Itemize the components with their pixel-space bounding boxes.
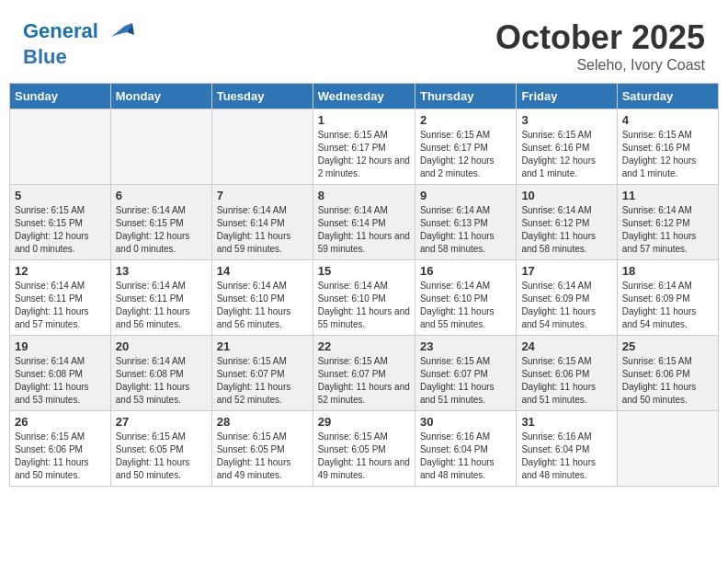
day-info: Sunrise: 6:15 AM Sunset: 6:05 PM Dayligh…	[318, 431, 410, 482]
calendar-cell: 6Sunrise: 6:14 AM Sunset: 6:15 PM Daylig…	[110, 185, 211, 260]
day-number: 10	[521, 189, 611, 202]
col-header-saturday: Saturday	[617, 84, 718, 109]
calendar-cell: 19Sunrise: 6:14 AM Sunset: 6:08 PM Dayli…	[10, 336, 111, 411]
day-info: Sunrise: 6:14 AM Sunset: 6:12 PM Dayligh…	[622, 204, 713, 256]
logo-general: General	[23, 19, 98, 42]
day-number: 17	[521, 264, 611, 278]
calendar-cell: 15Sunrise: 6:14 AM Sunset: 6:10 PM Dayli…	[313, 260, 415, 336]
day-info: Sunrise: 6:14 AM Sunset: 6:11 PM Dayligh…	[116, 280, 207, 331]
calendar-cell: 1Sunrise: 6:15 AM Sunset: 6:17 PM Daylig…	[313, 109, 415, 185]
calendar-week-1: 1Sunrise: 6:15 AM Sunset: 6:17 PM Daylig…	[10, 109, 719, 185]
day-info: Sunrise: 6:14 AM Sunset: 6:09 PM Dayligh…	[521, 280, 611, 331]
day-info: Sunrise: 6:14 AM Sunset: 6:14 PM Dayligh…	[217, 204, 308, 256]
col-header-friday: Friday	[517, 84, 617, 109]
calendar-cell: 16Sunrise: 6:14 AM Sunset: 6:10 PM Dayli…	[415, 260, 516, 336]
day-info: Sunrise: 6:14 AM Sunset: 6:08 PM Dayligh…	[116, 355, 207, 407]
calendar-cell	[617, 411, 718, 487]
day-number: 8	[318, 189, 410, 202]
day-number: 3	[521, 113, 611, 127]
day-number: 28	[217, 415, 308, 429]
col-header-monday: Monday	[110, 84, 211, 109]
location-subtitle: Seleho, Ivory Coast	[495, 57, 705, 74]
calendar-cell: 9Sunrise: 6:14 AM Sunset: 6:13 PM Daylig…	[415, 185, 516, 260]
calendar-cell: 10Sunrise: 6:14 AM Sunset: 6:12 PM Dayli…	[517, 185, 617, 260]
day-number: 5	[15, 189, 106, 202]
calendar-cell: 21Sunrise: 6:15 AM Sunset: 6:07 PM Dayli…	[211, 336, 313, 411]
calendar-week-5: 26Sunrise: 6:15 AM Sunset: 6:06 PM Dayli…	[10, 411, 719, 487]
day-number: 6	[116, 189, 207, 202]
calendar-cell: 26Sunrise: 6:15 AM Sunset: 6:06 PM Dayli…	[10, 411, 111, 487]
logo-blue: Blue	[23, 45, 67, 68]
day-number: 16	[420, 264, 511, 278]
calendar-cell: 24Sunrise: 6:15 AM Sunset: 6:06 PM Dayli…	[517, 336, 617, 411]
day-number: 4	[622, 113, 713, 127]
calendar-cell	[211, 109, 313, 185]
calendar-cell: 11Sunrise: 6:14 AM Sunset: 6:12 PM Dayli…	[617, 185, 718, 260]
calendar-cell: 18Sunrise: 6:14 AM Sunset: 6:09 PM Dayli…	[617, 260, 718, 336]
day-number: 21	[217, 339, 308, 353]
day-info: Sunrise: 6:14 AM Sunset: 6:08 PM Dayligh…	[15, 355, 106, 407]
calendar-cell: 12Sunrise: 6:14 AM Sunset: 6:11 PM Dayli…	[10, 260, 111, 336]
calendar-cell: 29Sunrise: 6:15 AM Sunset: 6:05 PM Dayli…	[313, 411, 415, 487]
day-number: 31	[521, 415, 611, 429]
day-info: Sunrise: 6:15 AM Sunset: 6:07 PM Dayligh…	[217, 355, 308, 407]
day-info: Sunrise: 6:15 AM Sunset: 6:05 PM Dayligh…	[217, 431, 308, 482]
day-number: 29	[318, 415, 410, 429]
calendar-table: SundayMondayTuesdayWednesdayThursdayFrid…	[9, 83, 719, 487]
day-number: 9	[420, 189, 511, 202]
calendar-cell: 3Sunrise: 6:15 AM Sunset: 6:16 PM Daylig…	[517, 109, 617, 185]
calendar-cell: 5Sunrise: 6:15 AM Sunset: 6:15 PM Daylig…	[10, 185, 111, 260]
calendar-cell: 31Sunrise: 6:16 AM Sunset: 6:04 PM Dayli…	[517, 411, 617, 487]
day-number: 12	[15, 264, 106, 278]
calendar-cell: 7Sunrise: 6:14 AM Sunset: 6:14 PM Daylig…	[211, 185, 313, 260]
col-header-thursday: Thursday	[415, 84, 516, 109]
calendar-header-row: SundayMondayTuesdayWednesdayThursdayFrid…	[10, 84, 719, 109]
day-info: Sunrise: 6:15 AM Sunset: 6:06 PM Dayligh…	[622, 355, 713, 407]
calendar-cell: 20Sunrise: 6:14 AM Sunset: 6:08 PM Dayli…	[110, 336, 211, 411]
day-number: 20	[116, 339, 207, 353]
day-info: Sunrise: 6:15 AM Sunset: 6:05 PM Dayligh…	[116, 431, 207, 482]
month-title: October 2025	[495, 18, 705, 57]
day-number: 27	[116, 415, 207, 429]
col-header-tuesday: Tuesday	[211, 84, 313, 109]
day-info: Sunrise: 6:14 AM Sunset: 6:14 PM Dayligh…	[318, 204, 410, 256]
calendar-cell: 25Sunrise: 6:15 AM Sunset: 6:06 PM Dayli…	[617, 336, 718, 411]
calendar-cell: 27Sunrise: 6:15 AM Sunset: 6:05 PM Dayli…	[110, 411, 211, 487]
day-number: 11	[622, 189, 713, 202]
calendar-week-3: 12Sunrise: 6:14 AM Sunset: 6:11 PM Dayli…	[10, 260, 719, 336]
day-number: 2	[420, 113, 511, 127]
day-number: 24	[521, 339, 611, 353]
day-number: 25	[622, 339, 713, 353]
day-info: Sunrise: 6:14 AM Sunset: 6:09 PM Dayligh…	[622, 280, 713, 331]
calendar-cell: 28Sunrise: 6:15 AM Sunset: 6:05 PM Dayli…	[211, 411, 313, 487]
day-number: 18	[622, 264, 713, 278]
day-number: 19	[15, 339, 106, 353]
calendar-cell: 30Sunrise: 6:16 AM Sunset: 6:04 PM Dayli…	[415, 411, 516, 487]
calendar-week-2: 5Sunrise: 6:15 AM Sunset: 6:15 PM Daylig…	[10, 185, 719, 260]
day-info: Sunrise: 6:14 AM Sunset: 6:13 PM Dayligh…	[420, 204, 511, 256]
day-info: Sunrise: 6:15 AM Sunset: 6:16 PM Dayligh…	[521, 129, 611, 180]
day-info: Sunrise: 6:16 AM Sunset: 6:04 PM Dayligh…	[521, 431, 611, 482]
day-info: Sunrise: 6:14 AM Sunset: 6:15 PM Dayligh…	[116, 204, 207, 256]
col-header-wednesday: Wednesday	[313, 84, 415, 109]
day-info: Sunrise: 6:14 AM Sunset: 6:10 PM Dayligh…	[217, 280, 308, 331]
calendar-cell	[10, 109, 111, 185]
calendar-cell: 8Sunrise: 6:14 AM Sunset: 6:14 PM Daylig…	[313, 185, 415, 260]
day-info: Sunrise: 6:15 AM Sunset: 6:16 PM Dayligh…	[622, 129, 713, 180]
col-header-sunday: Sunday	[10, 84, 111, 109]
logo-bird-icon	[107, 18, 134, 46]
calendar-cell	[110, 109, 211, 185]
day-number: 1	[318, 113, 410, 127]
day-number: 15	[318, 264, 410, 278]
day-info: Sunrise: 6:15 AM Sunset: 6:15 PM Dayligh…	[15, 204, 106, 256]
page-header: General Blue October 2025 Seleho, Ivory …	[9, 9, 719, 78]
title-block: October 2025 Seleho, Ivory Coast	[495, 18, 705, 74]
day-number: 14	[217, 264, 308, 278]
day-info: Sunrise: 6:14 AM Sunset: 6:10 PM Dayligh…	[318, 280, 410, 331]
day-info: Sunrise: 6:15 AM Sunset: 6:07 PM Dayligh…	[318, 355, 410, 407]
day-number: 22	[318, 339, 410, 353]
day-number: 26	[15, 415, 106, 429]
day-number: 7	[217, 189, 308, 202]
calendar-cell: 4Sunrise: 6:15 AM Sunset: 6:16 PM Daylig…	[617, 109, 718, 185]
day-info: Sunrise: 6:16 AM Sunset: 6:04 PM Dayligh…	[420, 431, 511, 482]
